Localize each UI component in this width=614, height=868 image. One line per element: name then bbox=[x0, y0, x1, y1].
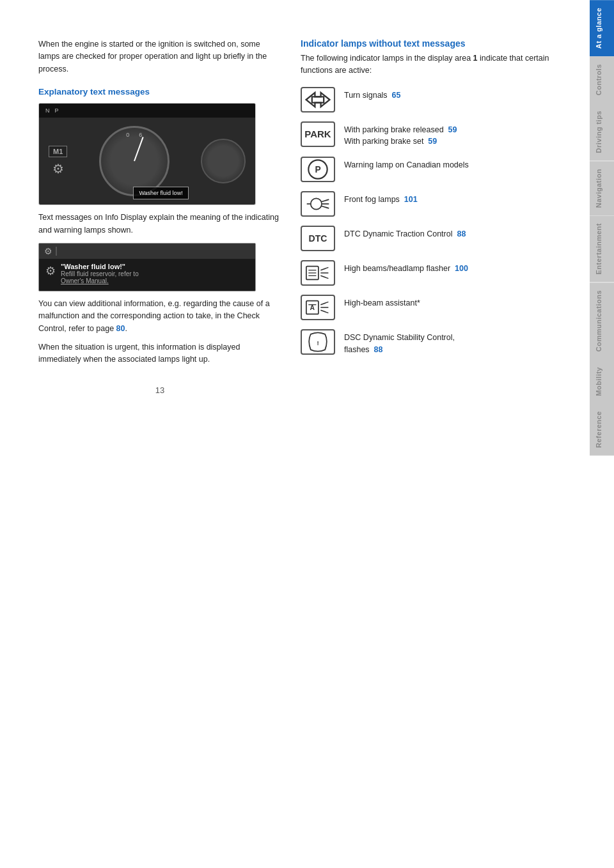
info-display-message-bold: "Washer fluid low!" bbox=[61, 263, 139, 270]
sidebar: At a glance Controls Driving tips Naviga… bbox=[590, 0, 614, 868]
indicator-row-highbeam-assist: A High-beam assistant* bbox=[301, 295, 569, 320]
info-display-body: ⚙ "Washer fluid low!" Refill fluid reser… bbox=[39, 259, 255, 291]
dsc-icon-box: ! bbox=[301, 329, 335, 355]
indicator-intro: The following indicator lamps in the dis… bbox=[301, 52, 569, 77]
indicator-row-highbeam: High beams/headlamp flasher 100 bbox=[301, 260, 569, 286]
explanatory-heading: Explanatory text messages bbox=[38, 87, 281, 97]
sidebar-tab-at-a-glance[interactable]: At a glance bbox=[590, 0, 614, 56]
sidebar-tab-controls[interactable]: Controls bbox=[590, 56, 614, 103]
fog-svg bbox=[303, 192, 333, 216]
svg-text:A: A bbox=[310, 304, 315, 311]
dashboard-image: N P M1 ⚙ 0 6 Washer fluid low! bbox=[38, 103, 256, 205]
additional-info-page: 80 bbox=[116, 324, 125, 333]
left-column: When the engine is started or the igniti… bbox=[38, 38, 281, 842]
dashboard-caption: Text messages on Info Display explain th… bbox=[38, 212, 281, 236]
svg-point-4 bbox=[311, 198, 322, 209]
dsc-svg: ! bbox=[303, 330, 333, 354]
dash-main-gauge: 0 6 bbox=[99, 126, 169, 196]
indicator-row-dtc: DTC DTC Dynamic Traction Control 88 bbox=[301, 226, 569, 251]
dash-m1-label: M1 bbox=[49, 146, 67, 157]
dsc-text: DSC Dynamic Stability Control,flashes 88 bbox=[344, 329, 455, 356]
warning-overlay: Washer fluid low! bbox=[133, 187, 188, 199]
canada-text: Warning lamp on Canadian models bbox=[344, 157, 469, 171]
page-number: 13 bbox=[38, 385, 281, 395]
dash-top-bar: N P bbox=[39, 104, 255, 118]
sidebar-tab-mobility[interactable]: Mobility bbox=[590, 359, 614, 404]
info-display-icon: ⚙ bbox=[44, 246, 52, 256]
highbeam-assist-svg: A bbox=[303, 295, 333, 320]
info-display-washer-icon: ⚙ bbox=[45, 264, 56, 278]
svg-text:!: ! bbox=[317, 339, 319, 346]
sidebar-tab-entertainment[interactable]: Entertainment bbox=[590, 215, 614, 282]
turn-signals-text: Turn signals 65 bbox=[344, 87, 400, 102]
svg-line-21 bbox=[320, 310, 328, 313]
sidebar-tab-communications[interactable]: Communications bbox=[590, 283, 614, 359]
turn-signals-icon-box bbox=[301, 87, 335, 112]
indicator-row-canada: P Warning lamp on Canadian models bbox=[301, 157, 569, 182]
main-content: When the engine is started or the igniti… bbox=[0, 0, 590, 868]
sidebar-tab-driving-tips[interactable]: Driving tips bbox=[590, 103, 614, 161]
canada-icon-box: P bbox=[301, 157, 335, 182]
dash-label-n: N bbox=[45, 107, 50, 114]
sidebar-tab-navigation[interactable]: Navigation bbox=[590, 161, 614, 215]
park-label: PARK bbox=[304, 128, 331, 139]
park-icon-box: PARK bbox=[301, 121, 335, 147]
highbeam-svg bbox=[303, 261, 333, 285]
fog-text: Front fog lamps 101 bbox=[344, 191, 418, 206]
highbeam-icon-box bbox=[301, 260, 335, 286]
dtc-text: DTC Dynamic Traction Control 88 bbox=[344, 226, 466, 240]
sidebar-tab-reference[interactable]: Reference bbox=[590, 403, 614, 456]
svg-line-13 bbox=[320, 267, 328, 270]
indicator-section-title: Indicator lamps without text messages bbox=[301, 38, 569, 49]
svg-text:P: P bbox=[315, 164, 320, 174]
dash-label-p: P bbox=[55, 107, 59, 114]
area-number: 1 bbox=[473, 54, 478, 63]
dtc-icon-box: DTC bbox=[301, 226, 335, 251]
right-column: Indicator lamps without text messages Th… bbox=[301, 38, 569, 842]
info-display: ⚙ ⚙ "Washer fluid low!" Refill fluid res… bbox=[38, 243, 256, 291]
highbeam-assist-text: High-beam assistant* bbox=[344, 295, 420, 309]
svg-line-7 bbox=[322, 206, 329, 208]
additional-info: You can view additional information, e.g… bbox=[38, 298, 281, 335]
highbeam-text: High beams/headlamp flasher 100 bbox=[344, 260, 468, 275]
indicator-row-fog: Front fog lamps 101 bbox=[301, 191, 569, 217]
fog-icon-box bbox=[301, 191, 335, 217]
indicator-row-dsc: ! DSC Dynamic Stability Control,flashes … bbox=[301, 329, 569, 356]
park-text: With parking brake released 59 With park… bbox=[344, 121, 457, 148]
indicator-row-park: PARK With parking brake released 59 With… bbox=[301, 121, 569, 148]
intro-text: When the engine is started or the igniti… bbox=[38, 38, 281, 75]
urgent-info: When the situation is urgent, this infor… bbox=[38, 341, 281, 366]
info-display-message-sub: Refill fluid reservoir, refer to bbox=[61, 270, 139, 277]
info-display-header: ⚙ bbox=[39, 244, 255, 259]
indicator-row-turn-signals: Turn signals 65 bbox=[301, 87, 569, 112]
turn-signals-svg bbox=[303, 89, 333, 111]
svg-line-19 bbox=[320, 302, 328, 304]
highbeam-assist-icon-box: A bbox=[301, 295, 335, 320]
info-display-message-link: Owner's Manual. bbox=[61, 277, 139, 284]
svg-line-15 bbox=[320, 275, 328, 278]
dtc-label: DTC bbox=[309, 233, 327, 244]
dash-wrench-icon: ⚙ bbox=[52, 161, 64, 176]
dash-small-gauge-1 bbox=[201, 139, 246, 183]
canada-warning-svg: P bbox=[303, 157, 333, 182]
svg-line-5 bbox=[322, 199, 329, 201]
